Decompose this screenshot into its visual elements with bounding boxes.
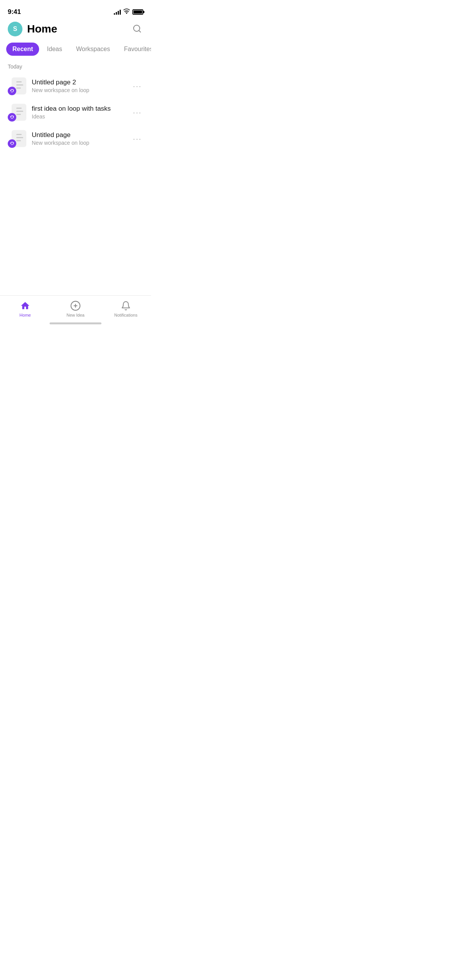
nav-home[interactable]: Home <box>0 300 50 317</box>
nav-new-idea[interactable]: New Idea <box>50 300 101 317</box>
page-icon <box>8 77 26 95</box>
item-more-button[interactable]: ··· <box>131 133 143 145</box>
header: S Home <box>0 19 151 41</box>
avatar[interactable]: S <box>8 22 22 36</box>
item-more-button[interactable]: ··· <box>131 80 143 92</box>
home-icon <box>20 300 31 311</box>
list-item[interactable]: first idea on loop with tasks Ideas ··· <box>0 99 151 125</box>
item-more-button[interactable]: ··· <box>131 106 143 118</box>
page-title: Home <box>27 23 57 35</box>
tab-bar: Recent Ideas Workspaces Favourites <box>0 41 151 59</box>
bottom-nav: Home New Idea Notifications <box>0 295 151 327</box>
svg-line-1 <box>139 30 141 32</box>
item-subtitle: Ideas <box>32 113 126 120</box>
tab-workspaces[interactable]: Workspaces <box>70 43 117 56</box>
list-item[interactable]: Untitled page New workspace on loop ··· <box>0 125 151 152</box>
item-title: Untitled page 2 <box>32 79 126 86</box>
nav-notifications-label: Notifications <box>114 313 137 317</box>
item-title: first idea on loop with tasks <box>32 105 126 113</box>
nav-notifications[interactable]: Notifications <box>101 300 151 317</box>
nav-home-label: Home <box>19 313 31 317</box>
home-indicator <box>50 322 101 324</box>
battery-icon <box>132 9 143 15</box>
wifi-icon <box>123 9 130 15</box>
status-bar: 9:41 <box>0 0 151 19</box>
status-time: 9:41 <box>8 8 21 16</box>
search-button[interactable] <box>131 22 143 36</box>
item-title: Untitled page <box>32 131 126 139</box>
item-subtitle: New workspace on loop <box>32 140 126 146</box>
list-item[interactable]: Untitled page 2 New workspace on loop ··… <box>0 73 151 99</box>
signal-icon <box>114 9 121 15</box>
section-today-label: Today <box>0 59 151 73</box>
tab-recent[interactable]: Recent <box>6 43 39 56</box>
page-icon <box>8 129 26 148</box>
item-subtitle: New workspace on loop <box>32 87 126 93</box>
search-icon <box>132 24 142 33</box>
notifications-icon <box>120 300 131 311</box>
status-icons <box>114 9 143 15</box>
nav-new-idea-label: New Idea <box>67 313 84 317</box>
page-icon <box>8 103 26 122</box>
tab-favourites[interactable]: Favourites <box>118 43 151 56</box>
new-idea-icon <box>70 300 81 311</box>
tab-ideas[interactable]: Ideas <box>41 43 68 56</box>
